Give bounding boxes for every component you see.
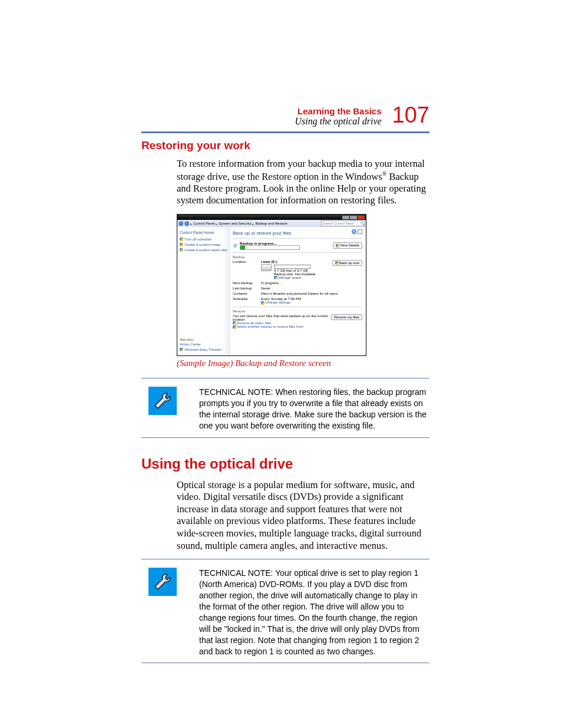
shield-icon [261,301,265,305]
sidebar-home-link[interactable]: Control Panel Home [180,230,228,235]
help-icon[interactable]: ? [352,229,356,234]
shield-icon [180,248,183,252]
technical-note-text: TECHNICAL NOTE: When restoring files, th… [199,387,429,431]
breadcrumb-item[interactable]: System and Security [219,222,251,225]
page: Learning the Basics Using the optical dr… [0,0,562,728]
divider [233,238,362,239]
location-row: Location: Lexar (E:) 3.7 GB free of 3.7 … [233,260,362,279]
search-input[interactable]: Search Control Panel 🔍 [321,220,365,226]
chevron-right-icon: ▸ [252,222,254,226]
technical-note-text: TECHNICAL NOTE: Your optical drive is se… [199,568,429,657]
breadcrumb-item[interactable]: Control Panel [193,222,214,225]
backup-now-label: Back up now [339,261,359,265]
search-placeholder: Search Control Panel [323,222,353,225]
see-also-link[interactable]: Action Center [180,342,228,346]
restore-text: You can restore your files that were bac… [233,314,331,321]
restore-all-label: Restore all users' files [237,321,272,325]
sidebar-link[interactable]: Create a system repair disc [180,248,228,252]
page-number: 107 [392,104,429,126]
chevron-right-icon: ▸ [216,222,217,226]
address-toolbar: ▸ Control Panel ▸ System and Security ▸ … [177,220,366,227]
window-titlebar [177,215,366,220]
manage-space-label: Manage space [278,276,301,279]
change-settings-link[interactable]: Change settings [261,301,362,304]
restore-other-link[interactable]: Select another backup to restore files f… [233,325,331,328]
minimize-icon[interactable] [342,216,349,219]
backup-progress-row: 🛡️ Backup in progress... View Details [233,241,362,250]
shield-icon [335,261,339,265]
see-also-link[interactable]: Windows Easy Transfer [180,348,228,351]
see-also-heading: See also [180,338,228,341]
schedule-label: Schedule: [233,297,261,301]
sidebar-link[interactable]: Turn off schedule [180,238,228,241]
drive-name: Lexar (E:) [261,260,332,263]
backup-progress-label: Backup in progress... [240,241,330,245]
next-backup-value: In progress... [261,281,362,285]
contents-row: Contents: Files in libraries and persona… [233,292,362,295]
page-header: Learning the Basics Using the optical dr… [141,106,429,127]
main-title: Back up or restore your files [233,230,362,236]
restore-desc: You can restore your files that were bac… [233,314,331,329]
section-subheading: Using the optical drive [295,116,382,127]
shield-icon [180,243,183,246]
heading-restoring: Restoring your work [141,139,429,152]
backup-restore-screenshot: ▸ Control Panel ▸ System and Security ▸ … [177,214,366,356]
restore-section-heading: Restore [233,309,362,313]
header-divider [141,131,429,133]
progress-bar [240,245,300,250]
progress-fill [240,246,245,249]
sidebar-see-also: See also Action Center Windows Easy Tran… [180,338,228,353]
divider [233,307,362,307]
header-text: Learning the Basics Using the optical dr… [295,106,382,127]
figure-caption: (Sample Image) Backup and Restore screen [177,358,429,368]
next-backup-row: Next backup: In progress... [233,281,362,285]
wrench-icon [148,568,177,596]
location-label: Location: [233,260,261,263]
sidebar-link[interactable]: Create a system image [180,243,228,246]
view-details-button[interactable]: View Details [333,242,362,248]
schedule-row: Schedule: Every Sunday at 7:00 PM Change… [233,297,362,304]
technical-note-2: TECHNICAL NOTE: Your optical drive is se… [141,568,429,657]
contents-label: Contents: [233,292,261,295]
note-divider-bottom-2 [141,663,429,663]
technical-note-1: TECHNICAL NOTE: When restoring files, th… [141,387,429,431]
note-divider-bottom [141,437,429,438]
manage-space-link[interactable]: Manage space [274,276,316,279]
close-icon[interactable] [358,216,365,219]
breadcrumb-item[interactable]: Backup and Restore [255,222,287,225]
sidebar-link-label: Turn off schedule [184,238,211,241]
main-panel: ? Back up or restore your files 🛡️ Backu… [230,227,366,355]
shield-icon [180,348,183,351]
see-also-label: Windows Easy Transfer [184,348,222,351]
shield-icon [336,244,339,248]
sidebar-link-label: Create a system repair disc [184,248,227,252]
wrench-icon [148,387,177,415]
backup-progress-icon: 🛡️ [233,243,237,248]
help-controls: ? [352,229,362,234]
nav-forward-icon[interactable] [184,221,189,226]
location-value: Lexar (E:) 3.7 GB free of 3.7 GB Backup … [261,260,332,279]
heading-optical: Using the optical drive [141,456,429,472]
help-dropdown[interactable] [358,229,362,234]
maximize-icon[interactable] [350,216,357,219]
sidebar: Control Panel Home Turn off schedule Cre… [177,227,230,355]
restore-files-button[interactable]: Restore my files [331,314,362,320]
nav-back-icon[interactable] [178,221,183,226]
drive-icon [261,264,272,271]
chapter-title: Learning the Basics [295,106,382,116]
next-backup-label: Next backup: [233,281,261,285]
change-settings-label: Change settings [265,301,290,304]
view-details-label: View Details [340,243,359,247]
window-body: Control Panel Home Turn off schedule Cre… [177,227,366,355]
note-divider-top [141,378,429,378]
paragraph-restoring: To restore information from your backup … [177,158,429,207]
note-divider-top-2 [141,559,429,559]
restore-other-label: Select another backup to restore files f… [237,325,303,328]
backup-section-heading: Backup [233,255,362,259]
sidebar-link-label: Create a system image [184,243,221,246]
shield-icon [274,276,277,279]
schedule-value: Every Sunday at 7:00 PM Change settings [261,297,362,304]
chevron-right-icon: ▸ [190,222,192,226]
backup-now-button[interactable]: Back up now [332,260,362,266]
last-backup-label: Last backup: [233,286,261,290]
